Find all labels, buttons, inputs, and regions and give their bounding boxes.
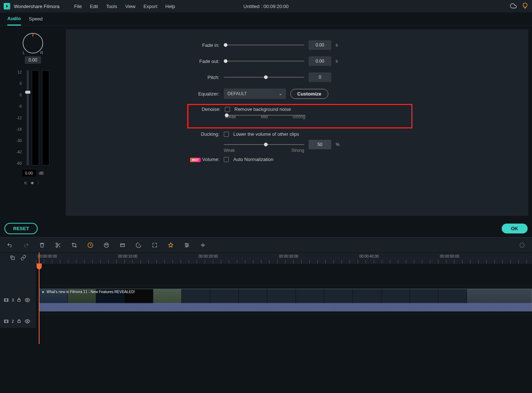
eye-icon[interactable]: [25, 319, 30, 324]
crop-icon[interactable]: [71, 242, 78, 248]
lock-icon[interactable]: [17, 297, 22, 303]
pitch-slider[interactable]: [224, 77, 304, 78]
fade-out-unit: s: [336, 59, 338, 64]
db-meter-left: [32, 70, 39, 165]
denoise-label: Denoise:: [191, 106, 220, 112]
delete-icon[interactable]: [39, 242, 45, 248]
ducking-unit: %: [336, 142, 340, 147]
redo-icon[interactable]: [23, 242, 29, 248]
frame-icon[interactable]: [119, 242, 126, 248]
balance-knob[interactable]: [23, 33, 43, 53]
denoise-checkbox-label: Remove background noise: [234, 106, 291, 112]
lock-icon[interactable]: [17, 319, 22, 324]
svg-point-3: [104, 243, 109, 247]
ducking-strong-label: Strong: [291, 148, 304, 153]
track-3-number: 3: [12, 298, 14, 302]
fade-in-value[interactable]: 0.00: [309, 40, 331, 50]
next-keyframe-icon[interactable]: 〉: [37, 180, 41, 186]
menu-file[interactable]: File: [74, 4, 82, 9]
timeline-header: 00:00:00:00 00:00:10:00 00:00:20:00 00:0…: [0, 252, 532, 263]
fade-out-slider[interactable]: [224, 61, 304, 61]
render-icon[interactable]: [519, 242, 525, 248]
fade-in-slider[interactable]: [224, 45, 304, 45]
video-track-icon: [4, 319, 9, 324]
svg-point-1: [56, 246, 57, 247]
video-clip[interactable]: What's new in Filmora 11 - New Features …: [39, 289, 532, 311]
balance-value[interactable]: 0.00: [25, 56, 41, 64]
main-menu: File Edit Tools View Export Help: [74, 4, 175, 9]
db-slider[interactable]: [27, 70, 29, 165]
tab-audio[interactable]: Audio: [7, 12, 21, 26]
app-name: Wondershare Filmora: [14, 4, 60, 9]
panel-buttons: RESET OK: [0, 220, 532, 237]
svg-rect-15: [4, 320, 8, 322]
ducking-slider[interactable]: [224, 144, 304, 145]
clip-waveform: [39, 303, 532, 311]
volume-label: HOTVolume:: [190, 157, 219, 162]
denoise-checkbox[interactable]: [225, 107, 230, 112]
track-2: 2: [0, 314, 532, 328]
svg-point-5: [107, 244, 107, 245]
pitch-value[interactable]: 0: [309, 72, 331, 82]
menu-export[interactable]: Export: [143, 4, 157, 9]
ducking-weak-label: Weak: [224, 148, 235, 153]
customize-button[interactable]: Customize: [290, 89, 328, 99]
auto-normalize-checkbox[interactable]: [224, 157, 229, 162]
audio-wave-icon[interactable]: [200, 242, 206, 248]
eye-icon[interactable]: [25, 297, 30, 303]
svg-point-10: [520, 243, 524, 247]
app-logo-icon: [4, 3, 10, 10]
cut-icon[interactable]: [55, 242, 61, 248]
ok-button[interactable]: OK: [502, 224, 528, 233]
timeline-ruler[interactable]: 00:00:00:00 00:00:10:00 00:00:20:00 00:0…: [36, 253, 532, 263]
bulb-icon[interactable]: [522, 3, 528, 10]
marker-icon[interactable]: [167, 242, 174, 248]
fade-out-label: Fade out:: [190, 59, 219, 64]
fade-in-unit: s: [336, 42, 338, 48]
adjust-icon[interactable]: [184, 242, 190, 248]
prev-keyframe-icon[interactable]: K: [24, 181, 27, 185]
menu-tools[interactable]: Tools: [106, 4, 117, 9]
playhead-handle-icon[interactable]: [37, 263, 42, 269]
video-track-icon: [4, 297, 9, 303]
menu-help[interactable]: Help: [165, 4, 175, 9]
duplicate-icon[interactable]: [10, 255, 15, 262]
db-meter-right: [42, 70, 49, 165]
audio-settings-panel: Fade in: 0.00 s Fade out: 0.00 s Pitch: …: [66, 29, 528, 216]
db-scale: 12 6 0 -6 -12 -18 -30 -42 -60: [16, 70, 23, 165]
expand-icon[interactable]: [151, 242, 158, 248]
keyframe-diamond-icon[interactable]: ◆: [31, 180, 34, 185]
menu-edit[interactable]: Edit: [90, 4, 98, 9]
track-3: 3 What's new in Filmora 11 - New Feature…: [0, 285, 532, 314]
timeline-body: 3 What's new in Filmora 11 - New Feature…: [0, 263, 532, 328]
svg-point-4: [105, 244, 106, 245]
undo-icon[interactable]: [7, 242, 13, 248]
menu-view[interactable]: View: [125, 4, 135, 9]
hot-badge: HOT: [190, 158, 201, 162]
speedometer-icon[interactable]: [135, 242, 142, 248]
track-2-number: 2: [12, 319, 14, 323]
ducking-value[interactable]: 50: [309, 140, 331, 149]
denoise-slider[interactable]: [225, 115, 305, 116]
speed-icon[interactable]: [87, 242, 94, 248]
db-unit-label: dB: [39, 171, 44, 175]
color-icon[interactable]: [103, 242, 110, 248]
fade-out-value[interactable]: 0.00: [309, 56, 331, 66]
svg-point-14: [27, 299, 28, 301]
equalizer-select[interactable]: DEFAULT ⌄: [224, 89, 286, 99]
denoise-highlight-box: Denoise: Remove background noise Weak Mi…: [187, 104, 412, 128]
svg-point-9: [186, 246, 187, 247]
reset-button[interactable]: RESET: [4, 223, 38, 234]
svg-point-7: [185, 243, 186, 244]
project-title: Untitled : 00:09:20:00: [244, 4, 289, 9]
titlebar: Wondershare Filmora File Edit Tools View…: [0, 0, 532, 12]
ducking-checkbox[interactable]: [224, 132, 229, 137]
db-meter-value[interactable]: 0.00: [22, 170, 36, 176]
timeline-toolbar: [0, 237, 532, 252]
ducking-checkbox-label: Lower the volume of other clips: [233, 131, 299, 137]
keyframe-nav: K ◆ 〉: [24, 180, 41, 186]
link-icon[interactable]: [20, 255, 26, 262]
equalizer-label: Equalizer:: [190, 91, 219, 97]
tab-speed[interactable]: Speed: [29, 13, 43, 25]
cloud-icon[interactable]: [510, 3, 517, 10]
